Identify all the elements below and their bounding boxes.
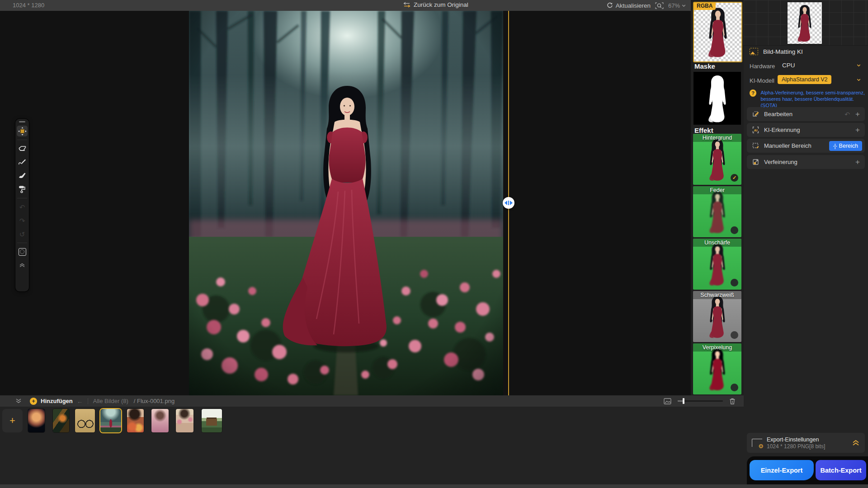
image-canvas[interactable]: ↶ ↷ ↺ xyxy=(0,11,691,395)
thumbnail-woman-orange-flowers[interactable] xyxy=(127,409,144,432)
magnifier-icon[interactable] xyxy=(655,2,664,9)
export-buttons-container: Einzel-Export Batch-Export xyxy=(747,456,868,484)
result-preview-thumbnail[interactable] xyxy=(788,2,822,44)
bereich-button[interactable]: -¦- Bereich xyxy=(829,141,863,151)
section-bearbeiten[interactable]: Bearbeiten ↶ + xyxy=(747,107,865,121)
add-images-button[interactable]: + Hinzufügen xyxy=(30,398,73,405)
chevron-double-up-icon[interactable] xyxy=(852,440,859,446)
model-label: KI-Modell xyxy=(750,77,774,84)
back-arrow-icon[interactable]: ← xyxy=(77,398,83,405)
toolbar-divider xyxy=(17,198,27,198)
section-manueller-bereich[interactable]: Manueller Bereich -¦- Bereich xyxy=(747,139,865,153)
thumbnail-woman-pink-blur[interactable] xyxy=(151,409,169,432)
thumbnail-koi-leaves[interactable] xyxy=(53,409,69,432)
thumbnail-jellyfish[interactable] xyxy=(28,409,45,432)
toolbar-drag-handle[interactable] xyxy=(19,121,25,122)
help-icon[interactable]: ? xyxy=(750,89,756,97)
mask-figure xyxy=(701,73,734,123)
divider xyxy=(88,399,89,404)
channel-effect-strip: RGBA Maske Effekt Hintergrund ✓ Feder xyxy=(691,0,744,395)
filmstrip-bar: + Hinzufügen ← Alle Bilder (8) / Flux-00… xyxy=(0,395,744,407)
model-dropdown[interactable]: AlphaStandard V2 xyxy=(778,75,861,84)
effect-label: Unschärfe xyxy=(693,239,741,247)
effect-unschaerfe[interactable]: Unschärfe xyxy=(693,239,741,290)
chevron-double-up-icon xyxy=(19,263,25,267)
trash-icon[interactable] xyxy=(729,398,736,405)
pencil-icon xyxy=(18,159,26,166)
thumbnail-bicycle[interactable] xyxy=(75,409,95,432)
effect-feder[interactable]: Feder xyxy=(693,186,741,237)
redo-icon: ↷ xyxy=(19,217,25,224)
add-image-tile[interactable]: + xyxy=(2,409,23,432)
effect-verpixelung[interactable]: Verpixelung xyxy=(693,343,741,394)
effect-indicator[interactable] xyxy=(731,384,738,391)
section-ki-erkennung[interactable]: AI KI-Erkennung + xyxy=(747,123,865,137)
single-export-button[interactable]: Einzel-Export xyxy=(750,460,814,480)
matting-section-header: Bild-Matting KI xyxy=(750,48,803,55)
toolbar-divider xyxy=(17,243,27,243)
chevron-double-down-icon[interactable] xyxy=(15,399,22,404)
export-settings-card[interactable]: ⚙ Export-Einstellungen 1024 * 1280 PNG[8… xyxy=(747,433,865,453)
hardware-label: Hardware xyxy=(750,63,775,70)
thumbnail-woman-floral[interactable] xyxy=(176,409,193,432)
app-window: 1024 * 1280 Zurück zum Original Aktualis… xyxy=(0,0,868,488)
collapse-toolbar-button[interactable] xyxy=(17,260,28,271)
model-info-text: Alpha-Verfeinerung, bessere semi-transpa… xyxy=(760,89,868,108)
expand-plus-icon[interactable]: + xyxy=(855,110,860,119)
reset-rotate-button[interactable]: ↺ xyxy=(17,229,28,239)
move-tool-button[interactable] xyxy=(17,126,28,136)
export-settings-title: Export-Einstellungen xyxy=(767,436,825,443)
result-preview-area xyxy=(744,0,868,46)
thumbnail-woman-red-dress-selected[interactable] xyxy=(100,409,121,432)
eraser-icon xyxy=(19,145,26,152)
brush-icon xyxy=(18,172,26,179)
plus-circle-icon: + xyxy=(30,398,37,405)
section-verfeinerung[interactable]: Verfeinerung + xyxy=(747,155,865,169)
effect-label: Schwarzweiß xyxy=(693,291,741,299)
tool-palette: ↶ ↷ ↺ xyxy=(15,119,29,291)
rgba-channel-thumbnail[interactable]: RGBA xyxy=(693,2,742,62)
effect-indicator[interactable] xyxy=(731,226,738,234)
section-undo-icon[interactable]: ↶ xyxy=(844,111,850,118)
hardware-value: CPU xyxy=(782,62,795,69)
brush-tool-button[interactable] xyxy=(17,170,28,181)
effect-hintergrund[interactable]: Hintergrund ✓ xyxy=(693,134,741,185)
effect-indicator[interactable] xyxy=(731,331,738,339)
expand-plus-icon[interactable]: + xyxy=(855,158,860,167)
swap-arrows-icon xyxy=(403,2,410,8)
effect-indicator[interactable] xyxy=(731,279,738,286)
toolbar-divider xyxy=(17,140,27,140)
back-to-original-button[interactable]: Zurück zum Original xyxy=(403,1,468,8)
thumbnail-country-house[interactable] xyxy=(202,409,222,432)
cutout-figure xyxy=(792,4,818,43)
svg-text:AI: AI xyxy=(754,128,758,132)
refresh-button[interactable]: Aktualisieren xyxy=(607,2,651,9)
effect-label: Hintergrund xyxy=(693,134,741,142)
effect-selected-check[interactable]: ✓ xyxy=(731,174,738,182)
compare-split-handle[interactable] xyxy=(503,197,514,209)
mask-thumbnail[interactable] xyxy=(693,72,741,125)
expand-plus-icon[interactable]: + xyxy=(855,126,860,135)
eraser-tool-button[interactable] xyxy=(17,143,28,154)
slider-handle[interactable] xyxy=(683,398,684,404)
hardware-dropdown[interactable]: CPU xyxy=(782,62,861,69)
split-arrow-left-icon xyxy=(505,201,507,205)
roller-tool-button[interactable] xyxy=(17,184,28,195)
refresh-icon xyxy=(607,2,613,9)
model-value-pill: AlphaStandard V2 xyxy=(778,75,831,84)
paint-roller-icon xyxy=(19,185,26,193)
selection-preview-button[interactable] xyxy=(17,246,28,257)
filmstrip-area: + xyxy=(0,407,744,484)
zoom-level-dropdown[interactable]: 67% xyxy=(668,2,686,9)
pencil-tool-button[interactable] xyxy=(17,157,28,168)
current-file-name: / Flux-0001.png xyxy=(134,398,175,404)
export-format-info: 1024 * 1280 PNG[8 bits] xyxy=(767,443,825,450)
matting-title: Bild-Matting KI xyxy=(763,48,803,55)
undo-button[interactable]: ↶ xyxy=(17,202,28,212)
effect-section-label: Effekt xyxy=(694,127,713,134)
ai-detect-icon: AI xyxy=(752,126,760,134)
redo-button[interactable]: ↷ xyxy=(17,215,28,226)
effect-schwarzweiss[interactable]: Schwarzweiß xyxy=(693,291,741,342)
thumbnail-size-slider[interactable] xyxy=(678,400,723,402)
batch-export-button[interactable]: Batch-Export xyxy=(816,460,866,480)
